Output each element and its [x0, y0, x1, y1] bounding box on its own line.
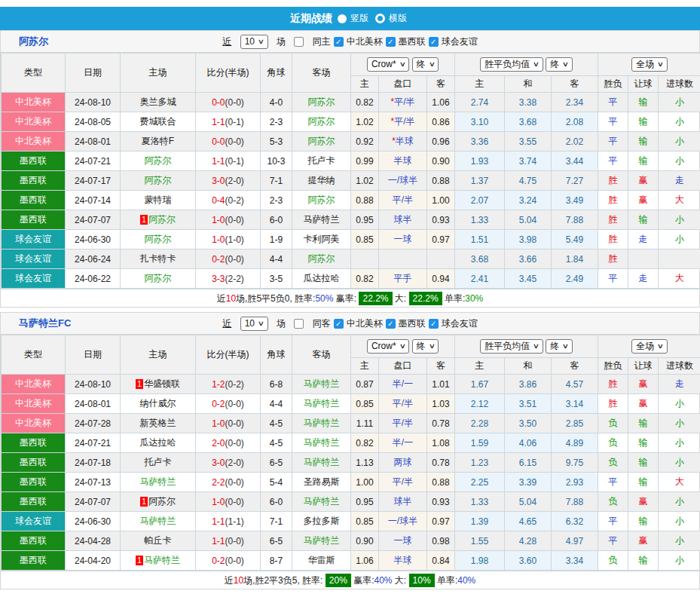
- away-team-name[interactable]: 提华纳: [308, 175, 335, 185]
- home-team-name[interactable]: 阿苏尔: [145, 273, 172, 283]
- home-team-name[interactable]: 蒙特瑞: [145, 194, 172, 205]
- odds-company-select[interactable]: Crow*∨: [367, 339, 409, 354]
- away-team-name[interactable]: 圣路易斯: [304, 476, 340, 487]
- handicap-result-cell: 输: [628, 93, 659, 112]
- mean-away-cell: 4.97: [552, 531, 598, 551]
- home-team-cell: 阿苏尔: [121, 152, 196, 171]
- league-checkbox[interactable]: [429, 37, 439, 47]
- same-venue-checkbox[interactable]: [294, 319, 304, 329]
- odds-away-cell: 0.90: [427, 152, 455, 171]
- wdl-result-cell: 负: [598, 414, 628, 433]
- away-team-name[interactable]: 马萨特兰: [304, 378, 340, 389]
- mean-draw-cell: 5.04: [505, 492, 552, 512]
- near-link[interactable]: 近: [222, 35, 231, 48]
- near-link[interactable]: 近: [222, 317, 231, 330]
- layout-radio-label[interactable]: 竖版: [350, 12, 368, 25]
- home-team-name[interactable]: 纳什威尔: [140, 398, 176, 409]
- league-label[interactable]: 中北美杯: [347, 317, 383, 330]
- result-group-header: 全场∨: [598, 54, 700, 76]
- away-team-name[interactable]: 阿苏尔: [308, 194, 335, 205]
- away-team-name[interactable]: 马萨特兰: [304, 214, 340, 225]
- corner-cell: 2-3: [261, 191, 292, 210]
- date-cell: 24-07-21: [66, 152, 121, 171]
- mean-draw-cell: 3.74: [505, 152, 552, 171]
- same-venue-checkbox[interactable]: [294, 37, 304, 47]
- away-team-name[interactable]: 华雷斯: [308, 555, 335, 565]
- league-label[interactable]: 墨西联: [399, 317, 426, 330]
- away-team-name[interactable]: 阿苏尔: [308, 253, 335, 264]
- mean-final-select[interactable]: 终∨: [546, 57, 573, 72]
- match-count-select[interactable]: 10∨: [240, 317, 268, 331]
- home-team-name[interactable]: 夏洛特F: [142, 136, 174, 146]
- home-team-name[interactable]: 阿苏尔: [148, 496, 176, 507]
- match-count-select[interactable]: 10∨: [240, 35, 268, 49]
- mean-final-select[interactable]: 终∨: [546, 339, 573, 354]
- odds-away-cell: 0.93: [427, 210, 455, 230]
- mean-home-cell: 1.23: [455, 453, 505, 473]
- away-team-name[interactable]: 马萨特兰: [304, 535, 340, 546]
- layout-radio[interactable]: [375, 14, 385, 23]
- handicap-cell: 半/一: [379, 433, 427, 453]
- home-team-name[interactable]: 扎卡特卡: [140, 253, 176, 264]
- scope-select[interactable]: 全场∨: [631, 57, 668, 72]
- goals-result-cell: 小: [659, 93, 700, 112]
- home-team-name[interactable]: 奥兰多城: [140, 96, 176, 107]
- mean-select[interactable]: 胜平负均值∨: [480, 57, 543, 72]
- home-team-name[interactable]: 马萨特兰: [140, 516, 176, 526]
- league-checkbox[interactable]: [429, 319, 439, 329]
- away-team-name[interactable]: 马萨特兰: [304, 437, 340, 448]
- home-team-name[interactable]: 新英格兰: [140, 418, 176, 428]
- away-team-name[interactable]: 阿苏尔: [308, 136, 335, 146]
- odds-company-select[interactable]: Crow*∨: [367, 57, 409, 72]
- score-cell: 1-0(0-0): [196, 414, 261, 433]
- home-team-name[interactable]: 阿苏尔: [148, 214, 176, 225]
- home-team-name[interactable]: 华盛顿联: [144, 378, 180, 389]
- mean-select[interactable]: 胜平负均值∨: [480, 339, 543, 354]
- league-label[interactable]: 墨西联: [399, 35, 426, 48]
- home-team-name[interactable]: 阿苏尔: [145, 155, 172, 166]
- mean-away-cell: 9.75: [552, 453, 598, 473]
- league-type-cell: 球会友谊: [2, 230, 66, 250]
- away-team-name[interactable]: 马萨特兰: [304, 398, 340, 409]
- date-cell: 24-07-18: [66, 453, 121, 473]
- home-team-name[interactable]: 瓜达拉哈: [140, 437, 176, 448]
- away-team-name[interactable]: 托卢卡: [308, 155, 335, 166]
- odds-final-select[interactable]: 终∨: [412, 339, 439, 354]
- away-team-name[interactable]: 阿苏尔: [308, 116, 335, 127]
- away-team-name[interactable]: 瓜达拉哈: [304, 273, 340, 283]
- league-label[interactable]: 球会友谊: [442, 35, 478, 48]
- odds-final-select[interactable]: 终∨: [412, 57, 439, 72]
- home-team-name[interactable]: 托卢卡: [145, 457, 172, 467]
- chevron-down-icon: ∨: [533, 59, 540, 70]
- home-team-name[interactable]: 马萨特兰: [144, 555, 180, 565]
- mean-away-cell: 2.08: [552, 112, 598, 132]
- scope-select[interactable]: 全场∨: [631, 339, 668, 354]
- mean-away-cell: 3.14: [552, 394, 598, 414]
- league-checkbox[interactable]: [334, 37, 344, 47]
- home-team-name[interactable]: 费城联合: [140, 116, 176, 127]
- home-team-name[interactable]: 阿苏尔: [145, 175, 172, 185]
- mean-home-cell: 2.07: [455, 191, 505, 210]
- away-team-name[interactable]: 卡利阿美: [304, 234, 340, 244]
- home-team-cell: 奥兰多城: [121, 93, 196, 112]
- mean-away-cell: 4.57: [552, 375, 598, 394]
- league-label[interactable]: 中北美杯: [347, 35, 383, 48]
- layout-radio[interactable]: [338, 14, 347, 23]
- match-row: 中北美杯 24-08-10 1华盛顿联 1-2(0-2) 6-8 马萨特兰 0.…: [2, 375, 700, 394]
- away-team-name[interactable]: 阿苏尔: [308, 96, 335, 107]
- odds-away-cell: [427, 250, 455, 269]
- layout-radio-label[interactable]: 横版: [389, 12, 407, 25]
- league-checkbox[interactable]: [386, 319, 396, 329]
- home-team-cell: 1阿苏尔: [121, 210, 196, 230]
- mean-group-header: 胜平负均值∨ 终∨: [455, 54, 598, 76]
- league-checkbox[interactable]: [334, 319, 344, 329]
- away-team-name[interactable]: 多拉多斯: [304, 516, 340, 526]
- league-checkbox[interactable]: [386, 37, 396, 47]
- away-team-name[interactable]: 马萨特兰: [304, 457, 340, 467]
- away-team-name[interactable]: 马萨特兰: [304, 418, 340, 428]
- home-team-name[interactable]: 帕丘卡: [145, 535, 172, 546]
- home-team-name[interactable]: 马萨特兰: [140, 476, 176, 487]
- away-team-name[interactable]: 马萨特兰: [304, 496, 340, 507]
- league-label[interactable]: 球会友谊: [442, 317, 478, 330]
- home-team-name[interactable]: 阿苏尔: [145, 234, 172, 244]
